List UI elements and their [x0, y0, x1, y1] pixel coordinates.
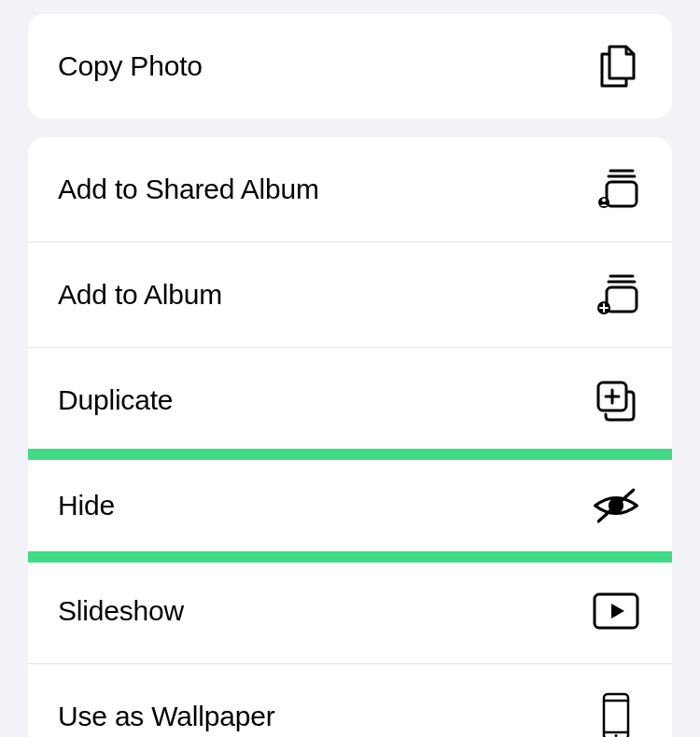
slideshow-label: Slideshow	[58, 595, 184, 627]
hide-item[interactable]: Hide	[28, 452, 672, 558]
add-album-item[interactable]: Add to Album	[28, 242, 672, 347]
svg-point-4	[602, 199, 606, 202]
duplicate-plus-icon	[590, 374, 642, 426]
duplicate-label: Duplicate	[58, 384, 173, 416]
wallpaper-item[interactable]: Use as Wallpaper	[28, 663, 672, 737]
svg-line-15	[598, 490, 633, 521]
add-album-label: Add to Album	[58, 279, 222, 311]
play-rect-icon	[590, 585, 642, 637]
eye-slash-icon	[590, 480, 642, 532]
iphone-icon	[590, 690, 642, 737]
menu-group-1: Copy Photo	[28, 14, 672, 118]
copy-photo-item[interactable]: Copy Photo	[28, 14, 672, 118]
hide-label: Hide	[58, 490, 115, 521]
duplicate-item[interactable]: Duplicate	[28, 347, 672, 452]
svg-rect-2	[607, 182, 637, 206]
shared-album-icon	[590, 163, 642, 216]
copy-photo-label: Copy Photo	[58, 50, 203, 82]
svg-rect-7	[607, 287, 637, 312]
slideshow-item[interactable]: Slideshow	[28, 558, 672, 663]
copy-document-icon	[590, 40, 642, 92]
menu-group-2: Add to Shared Album Add to Album	[28, 137, 672, 737]
add-shared-album-item[interactable]: Add to Shared Album	[28, 137, 672, 242]
wallpaper-label: Use as Wallpaper	[58, 701, 274, 732]
add-album-icon	[590, 269, 642, 321]
add-shared-album-label: Add to Shared Album	[58, 174, 319, 205]
